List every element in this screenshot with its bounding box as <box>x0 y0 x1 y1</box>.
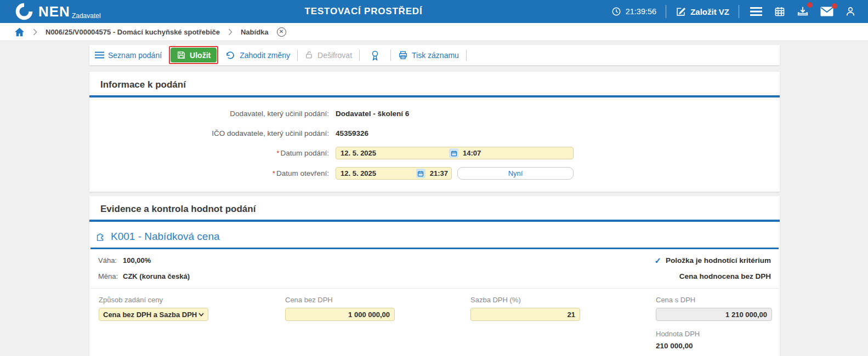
ribbon-button[interactable] <box>367 50 383 61</box>
price-entry-method-label: Způsob zadání ceny <box>99 296 285 304</box>
price-fields: Způsob zadání ceny Cena bez DPH a Sazba … <box>89 289 780 350</box>
list-icon <box>95 51 104 59</box>
opening-time-input[interactable]: 21:37 <box>430 169 448 177</box>
calendar-icon <box>451 150 457 157</box>
ribbon-medal-icon <box>370 50 380 61</box>
form-row-submission-date: *Datum podání: 12. 5. 2025 14:07 <box>89 147 780 159</box>
puzzle-piece-icon <box>95 231 106 242</box>
vat-rate-field: Sazba DPH (%) <box>470 296 656 350</box>
messages-button[interactable] <box>819 5 835 18</box>
weight-value: 100,00% <box>123 256 151 265</box>
supplier-label: Dodavatel, který učinil podání: <box>89 110 329 118</box>
submission-datetime-field[interactable]: 12. 5. 2025 14:07 <box>336 147 574 159</box>
divider <box>359 50 360 61</box>
criterion-flag-label: Položka je hodnotící kritérium <box>666 256 771 265</box>
calendar-button[interactable] <box>773 5 786 18</box>
price-without-vat-input[interactable] <box>285 308 395 321</box>
floppy-disk-icon <box>177 50 186 60</box>
opening-date-input[interactable]: 12. 5. 2025 <box>341 169 416 177</box>
values-evidence-section: Evidence a kontrola hodnot podání K001 -… <box>89 196 780 356</box>
price-entry-method-select[interactable]: Cena bez DPH a Sazba DPH <box>99 308 208 321</box>
unlock-icon <box>305 50 314 60</box>
discard-changes-button[interactable]: Zahodit změny <box>225 51 290 60</box>
datepicker-button[interactable] <box>416 169 426 178</box>
now-button[interactable]: Nyní <box>457 167 574 180</box>
criterion-summary: Váha: 100,00% ✓ Položka je hodnotící kri… <box>89 249 780 280</box>
breadcrumb-item-contract[interactable]: N006/25/V00004575 - Domácí kuchyňské spo… <box>46 28 220 36</box>
save-button-annotation-highlight: Uložit <box>169 46 218 64</box>
breadcrumb-item-current: Nabídka <box>241 28 269 36</box>
weight-row: Váha: 100,00% ✓ Položka je hodnotící kri… <box>98 256 771 265</box>
nen-logo[interactable]: NEN Zadavatel <box>14 2 101 21</box>
submission-date-input[interactable]: 12. 5. 2025 <box>341 149 449 157</box>
opening-datetime-field[interactable]: 12. 5. 2025 21:37 <box>336 167 452 180</box>
save-button[interactable]: Uložit <box>171 48 217 62</box>
close-tab-button[interactable]: ✕ <box>277 27 286 37</box>
hamburger-icon <box>750 7 763 16</box>
submission-time-input[interactable]: 14:07 <box>463 149 481 157</box>
discard-changes-label: Zahodit změny <box>240 51 290 60</box>
supplier-value: Dodavatel - školení 6 <box>336 110 409 118</box>
chevron-right-icon <box>33 28 37 36</box>
price-with-vat-field: Cena s DPH Hodnota DPH 210 000,00 <box>656 296 780 350</box>
brand-subtitle: Zadavatel <box>72 12 101 20</box>
header-actions: 21:39:56 Založit VZ <box>611 4 868 19</box>
vat-rate-input[interactable] <box>470 308 580 321</box>
currency-label: Měna: <box>98 272 123 280</box>
main-menu-button[interactable] <box>748 5 764 18</box>
save-label: Uložit <box>190 51 211 60</box>
submission-info-section: Informace k podání Dodavatel, který učin… <box>89 72 780 192</box>
clock-icon <box>611 7 621 16</box>
form-row-opening-date: *Datum otevření: 12. 5. 2025 21:37 Nyní <box>89 167 780 180</box>
printer-icon <box>398 50 408 60</box>
edit-icon <box>676 7 686 17</box>
environment-title: TESTOVACÍ PROSTŘEDÍ <box>305 6 423 17</box>
decrypt-button[interactable]: Dešifrovat <box>305 50 352 60</box>
submission-info-form: Dodavatel, který učinil podání: Dodavate… <box>89 97 780 180</box>
price-with-vat-input <box>656 308 772 321</box>
checkmark-icon: ✓ <box>654 256 661 265</box>
notification-badge <box>832 3 837 9</box>
discard-icon <box>225 51 236 60</box>
vat-amount-label: Hodnota DPH <box>656 330 780 338</box>
criterion-header: K001 - Nabídková cena <box>90 231 779 249</box>
divider <box>390 50 391 61</box>
vat-evaluation-flag: Cena hodnocena bez DPH <box>679 272 771 280</box>
user-icon <box>845 6 856 17</box>
submission-date-label: *Datum podání: <box>89 149 329 157</box>
vat-rate-label: Sazba DPH (%) <box>470 296 656 304</box>
print-record-label: Tisk záznamu <box>412 51 459 60</box>
calendar-icon <box>417 170 424 177</box>
page-content: Seznam podání Uložit Zahodit změny <box>89 45 780 356</box>
divider <box>739 5 739 18</box>
section-title: Evidence a kontrola hodnot podání <box>89 196 780 222</box>
chevron-down-icon <box>198 313 204 317</box>
user-profile-button[interactable] <box>844 5 857 18</box>
nen-logo-icon <box>14 2 34 21</box>
downloads-button[interactable] <box>796 4 810 19</box>
datepicker-button[interactable] <box>449 148 458 158</box>
currency-value: CZK (koruna česká) <box>123 272 190 280</box>
seznam-podani-button[interactable]: Seznam podání <box>95 51 162 60</box>
ico-label: IČO dodavatele, který učinil podání: <box>89 129 329 137</box>
calendar-icon <box>774 6 785 17</box>
print-record-button[interactable]: Tisk záznamu <box>398 50 459 60</box>
server-clock: 21:39:56 <box>611 7 656 16</box>
envelope-icon <box>820 7 833 16</box>
create-vz-button[interactable]: Založit VZ <box>676 7 729 17</box>
criterion-flag: ✓ Položka je hodnotící kritérium <box>654 256 771 265</box>
currency-row: Měna: CZK (koruna česká) Cena hodnocena … <box>98 272 771 280</box>
notification-badge <box>807 2 813 8</box>
divider <box>666 5 666 18</box>
home-button[interactable] <box>14 27 25 37</box>
weight-label: Váha: <box>98 256 123 265</box>
divider <box>297 50 298 61</box>
brand-name: NEN <box>38 4 70 19</box>
required-asterisk: * <box>276 149 279 157</box>
vat-amount-value: 210 000,00 <box>656 342 780 350</box>
ico-value: 45359326 <box>336 129 368 137</box>
home-icon <box>14 27 25 37</box>
price-without-vat-field: Cena bez DPH <box>285 296 470 350</box>
price-entry-method-field: Způsob zadání ceny Cena bez DPH a Sazba … <box>99 296 285 350</box>
record-toolbar: Seznam podání Uložit Zahodit změny <box>89 45 780 65</box>
